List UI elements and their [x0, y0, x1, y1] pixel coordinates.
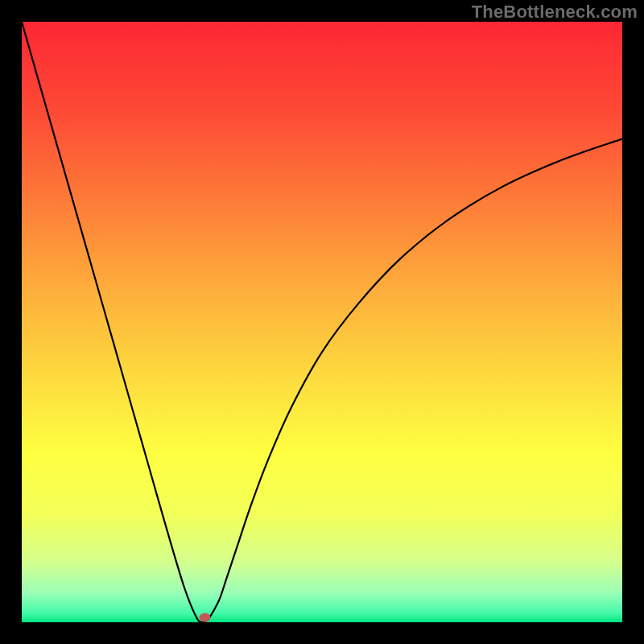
chart-svg: [22, 22, 622, 622]
plot-area: [22, 22, 622, 622]
minimum-marker: [200, 613, 211, 622]
chart-frame: TheBottleneck.com: [0, 0, 644, 644]
gradient-background: [22, 22, 622, 622]
watermark-text: TheBottleneck.com: [472, 2, 638, 23]
